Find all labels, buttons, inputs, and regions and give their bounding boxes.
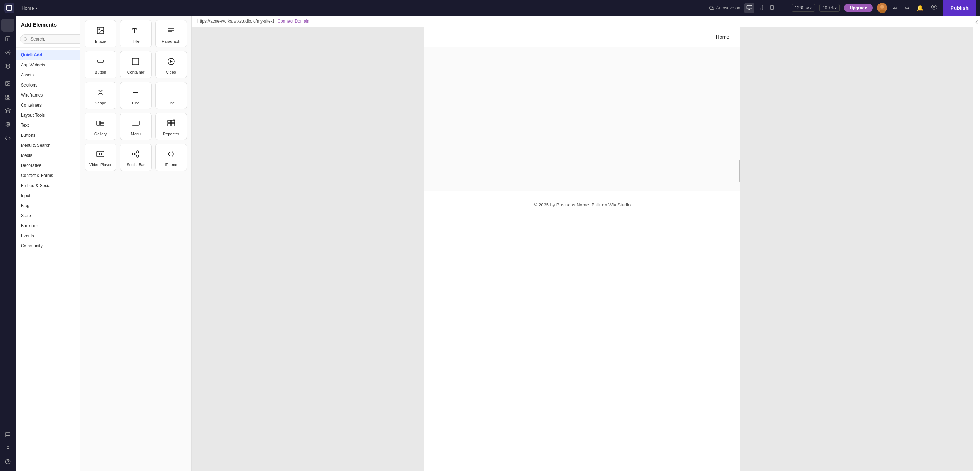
nav-item-bookings[interactable]: Bookings [16, 221, 80, 231]
nav-item-input[interactable]: Input [16, 191, 80, 201]
grid-item-image[interactable]: Image [85, 20, 116, 47]
upgrade-button[interactable]: Upgrade [844, 3, 873, 12]
apps-icon[interactable] [2, 91, 14, 104]
elements-grid: Image T Title Paragraph Button Container… [85, 20, 187, 171]
drag-handle[interactable] [739, 160, 740, 182]
svg-rect-40 [100, 123, 104, 125]
icon-separator [3, 75, 13, 75]
grid-item-button[interactable]: Button [85, 51, 116, 78]
help-icon[interactable] [2, 455, 14, 468]
panel-title: Add Elements [16, 16, 80, 31]
search-input[interactable] [20, 35, 80, 44]
connect-domain-link[interactable]: Connect Domain [277, 19, 309, 24]
autosave-indicator: Autosave on [709, 5, 740, 10]
add-elements-icon[interactable] [2, 19, 14, 32]
nav-item-assets[interactable]: Assets [16, 70, 80, 80]
grid-item-container[interactable]: Container [120, 51, 151, 78]
nav-item-store[interactable]: Store [16, 211, 80, 221]
pages-icon[interactable] [2, 32, 14, 45]
nav-item-wireframes[interactable]: Wireframes [16, 90, 80, 100]
nav-item-blog[interactable]: Blog [16, 201, 80, 211]
svg-line-54 [135, 155, 137, 156]
grid-item-gallery[interactable]: Gallery [85, 113, 116, 140]
right-panel-toggle[interactable] [973, 16, 980, 471]
grid-item-paragraph[interactable]: Paragraph [155, 20, 187, 47]
more-options-btn[interactable]: ··· [778, 4, 787, 12]
design-icon[interactable] [2, 46, 14, 59]
svg-rect-46 [172, 123, 175, 126]
search-input-wrap [20, 35, 80, 44]
video-player-icon [96, 150, 105, 160]
nav-item-contact-forms[interactable]: Contact & Forms [16, 171, 80, 180]
svg-point-24 [24, 38, 27, 41]
home-nav[interactable]: Home ▾ [19, 4, 40, 12]
grid-item-repeater[interactable]: Repeater [155, 113, 187, 140]
resolution-selector[interactable]: 1280px ▾ [792, 4, 815, 12]
undo-btn[interactable]: ↩ [891, 3, 899, 13]
menu-label: Menu [131, 132, 141, 136]
nav-item-media[interactable]: Media [16, 150, 80, 160]
avatar[interactable] [877, 3, 887, 13]
grid-item-line-h[interactable]: Line [120, 82, 151, 109]
settings-icon[interactable] [2, 118, 14, 131]
nav-home-link[interactable]: Home [716, 34, 729, 40]
nav-item-events[interactable]: Events [16, 231, 80, 241]
desktop-view-btn[interactable] [745, 3, 754, 13]
image-icon [96, 26, 105, 36]
chevron-down-icon: ▾ [35, 6, 37, 10]
grid-item-video-player[interactable]: Video Player [85, 144, 116, 171]
repeater-label: Repeater [163, 132, 179, 136]
grid-item-menu[interactable]: Menu [120, 113, 151, 140]
svg-point-15 [7, 83, 8, 83]
nav-item-sections[interactable]: Sections [16, 80, 80, 90]
code-icon[interactable] [2, 132, 14, 145]
container-label: Container [127, 70, 145, 74]
preview-btn[interactable] [929, 3, 939, 13]
accessibility-icon[interactable] [2, 442, 14, 455]
svg-rect-17 [8, 95, 10, 97]
svg-point-20 [7, 124, 9, 125]
nav-item-containers[interactable]: Containers [16, 100, 80, 110]
grid-item-line-v[interactable]: Line [155, 82, 187, 109]
nav-item-buttons[interactable]: Buttons [16, 130, 80, 141]
nav-item-app-widgets[interactable]: App Widgets [16, 60, 80, 70]
redo-btn[interactable]: ↪ [903, 3, 911, 13]
nav-item-decorative[interactable]: Decorative [16, 160, 80, 171]
media-icon[interactable] [2, 77, 14, 90]
device-group: ··· [745, 3, 787, 13]
svg-marker-13 [5, 64, 10, 66]
nav-item-quick-add[interactable]: Quick Add [16, 50, 80, 60]
paragraph-label: Paragraph [162, 39, 180, 43]
grid-item-iframe[interactable]: IFrame [155, 144, 187, 171]
add-elements-panel: Add Elements ? ✕ Quick AddApp WidgetsAss… [16, 16, 80, 471]
domain-bar: https://acne-works.wixstudio.io/my-site-… [192, 16, 973, 27]
svg-rect-32 [97, 60, 103, 63]
svg-rect-16 [6, 95, 8, 97]
gallery-label: Gallery [94, 132, 107, 136]
footer-link[interactable]: Wix Studio [608, 202, 631, 208]
notifications-btn[interactable]: 🔔 [915, 3, 925, 13]
nav-item-text[interactable]: Text [16, 120, 80, 130]
grid-item-video[interactable]: Video [155, 51, 187, 78]
publish-button[interactable]: Publish [943, 0, 976, 16]
components-icon[interactable] [2, 104, 14, 117]
grid-item-title[interactable]: T Title [120, 20, 151, 47]
zoom-selector[interactable]: 100% ▾ [819, 4, 840, 12]
tablet-view-btn[interactable] [756, 3, 766, 13]
nav-item-embed-social[interactable]: Embed & Social [16, 180, 80, 191]
grid-item-shape[interactable]: Shape [85, 82, 116, 109]
gallery-icon [96, 119, 105, 129]
video-label: Video [166, 70, 176, 74]
chat-icon[interactable] [2, 428, 14, 441]
nav-item-layout-tools[interactable]: Layout Tools [16, 110, 80, 120]
grid-item-social-bar[interactable]: Social Bar [120, 144, 151, 171]
layers-icon[interactable] [2, 60, 14, 72]
main-layout: Add Elements ? ✕ Quick AddApp WidgetsAss… [0, 16, 980, 471]
title-icon: T [131, 26, 140, 36]
nav-item-community[interactable]: Community [16, 241, 80, 251]
svg-rect-39 [100, 121, 104, 123]
mobile-view-btn[interactable] [767, 3, 776, 13]
svg-point-47 [173, 119, 175, 121]
nav-item-menu-search[interactable]: Menu & Search [16, 141, 80, 150]
canvas-nav: Home [424, 27, 740, 47]
